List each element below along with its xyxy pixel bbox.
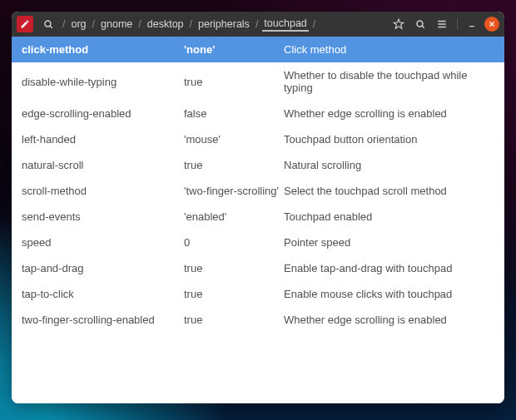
- settings-value: 0: [184, 236, 284, 249]
- settings-description: Whether edge scrolling is enabled: [284, 314, 496, 326]
- window-minimize-button[interactable]: [464, 17, 479, 32]
- settings-value: 'none': [184, 43, 284, 56]
- settings-row[interactable]: left-handed'mouse'Touchpad button orient…: [12, 126, 504, 152]
- bookmark-icon[interactable]: [390, 16, 407, 32]
- settings-row[interactable]: disable-while-typingtrueWhether to disab…: [12, 62, 504, 101]
- header-bar: / org / gnome / desktop / peripherals / …: [12, 12, 504, 37]
- breadcrumb: / org / gnome / desktop / peripherals / …: [58, 17, 389, 32]
- breadcrumb-segment[interactable]: org: [69, 17, 87, 31]
- settings-description: Enable tap-and-drag with touchpad: [284, 262, 496, 274]
- settings-description: Touchpad button orientation: [284, 133, 496, 146]
- breadcrumb-segment[interactable]: desktop: [146, 17, 186, 31]
- settings-value: true: [184, 288, 284, 300]
- settings-description: Pointer speed: [284, 236, 496, 249]
- settings-description: Enable mouse clicks with touchpad: [284, 288, 496, 300]
- settings-row[interactable]: click-method'none'Click method: [12, 37, 504, 62]
- svg-point-3: [417, 21, 423, 27]
- svg-point-0: [45, 21, 51, 27]
- settings-row[interactable]: tap-to-clicktrueEnable mouse clicks with…: [12, 281, 504, 307]
- settings-row[interactable]: natural-scrolltrueNatural scrolling: [12, 152, 504, 178]
- settings-row[interactable]: two-finger-scrolling-enabledtrueWhether …: [12, 307, 504, 333]
- settings-key: disable-while-typing: [22, 76, 184, 88]
- settings-row[interactable]: edge-scrolling-enabledfalseWhether edge …: [12, 101, 504, 126]
- window-close-button[interactable]: [484, 17, 499, 32]
- settings-key: two-finger-scrolling-enabled: [22, 314, 184, 326]
- settings-key: natural-scroll: [22, 159, 184, 171]
- settings-row[interactable]: speed0Pointer speed: [12, 230, 504, 255]
- settings-value: 'mouse': [184, 133, 284, 146]
- settings-key: speed: [22, 236, 184, 249]
- settings-list: click-method'none'Click methoddisable-wh…: [12, 37, 504, 403]
- settings-value: 'two-finger-scrolling': [184, 185, 284, 197]
- settings-row[interactable]: tap-and-dragtrueEnable tap-and-drag with…: [12, 255, 504, 281]
- settings-key: send-events: [22, 210, 184, 223]
- settings-value: 'enabled': [184, 210, 284, 223]
- breadcrumb-sep: /: [310, 18, 318, 30]
- settings-value: true: [184, 262, 284, 274]
- settings-key: click-method: [22, 43, 184, 56]
- settings-row[interactable]: send-events'enabled'Touchpad enabled: [12, 204, 504, 230]
- settings-description: Whether edge scrolling is enabled: [284, 107, 496, 120]
- settings-key: tap-and-drag: [22, 262, 184, 274]
- breadcrumb-segment-current[interactable]: touchpad: [262, 17, 308, 32]
- breadcrumb-sep: /: [60, 18, 67, 30]
- settings-key: left-handed: [22, 133, 184, 146]
- window: / org / gnome / desktop / peripherals / …: [12, 12, 504, 403]
- search-path-icon[interactable]: [40, 16, 57, 32]
- settings-description: Touchpad enabled: [284, 210, 496, 223]
- menu-icon[interactable]: [434, 16, 450, 32]
- settings-key: scroll-method: [22, 185, 184, 197]
- settings-value: true: [184, 76, 284, 88]
- svg-line-4: [422, 26, 424, 28]
- header-separator: [457, 18, 458, 30]
- settings-key: edge-scrolling-enabled: [22, 107, 184, 120]
- settings-row[interactable]: scroll-method'two-finger-scrolling'Selec…: [12, 178, 504, 204]
- settings-description: Select the touchpad scroll method: [284, 185, 496, 197]
- svg-line-1: [50, 26, 52, 28]
- breadcrumb-segment[interactable]: peripherals: [196, 17, 251, 31]
- settings-value: true: [184, 314, 284, 326]
- search-icon[interactable]: [412, 16, 429, 32]
- svg-marker-2: [394, 19, 404, 28]
- settings-value: true: [184, 159, 284, 171]
- header-actions: [390, 16, 499, 32]
- settings-description: Click method: [284, 43, 496, 56]
- settings-key: tap-to-click: [22, 288, 184, 300]
- breadcrumb-segment[interactable]: gnome: [99, 17, 134, 31]
- breadcrumb-sep: /: [136, 18, 143, 30]
- settings-value: false: [184, 107, 284, 120]
- settings-description: Natural scrolling: [284, 159, 496, 171]
- breadcrumb-sep: /: [253, 18, 260, 30]
- app-icon: [17, 16, 33, 32]
- breadcrumb-sep: /: [187, 18, 195, 30]
- settings-description: Whether to disable the touchpad while ty…: [284, 69, 496, 94]
- breadcrumb-sep: /: [90, 18, 97, 30]
